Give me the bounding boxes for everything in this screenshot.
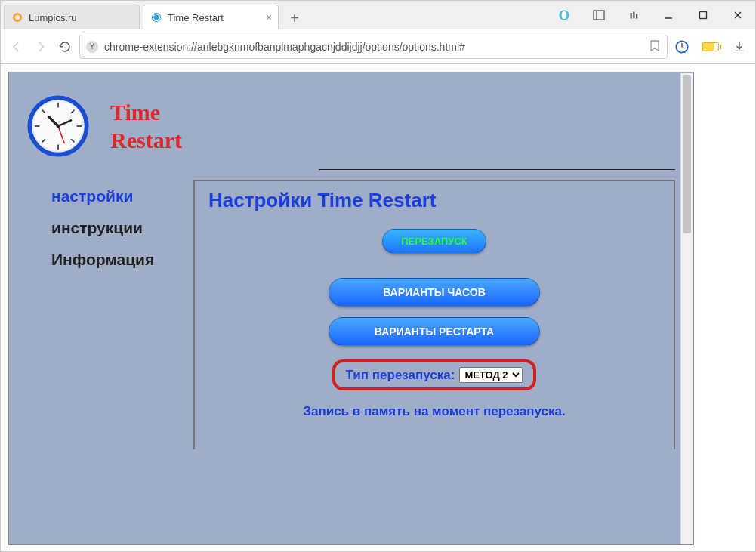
maximize-button[interactable]	[686, 1, 721, 29]
back-button[interactable]	[10, 40, 23, 54]
tab-strip: Lumpics.ru Time Restart × +	[1, 1, 755, 29]
vertical-scrollbar[interactable]	[680, 73, 693, 544]
history-icon[interactable]	[616, 1, 651, 29]
app-title-line2: Restart	[110, 126, 182, 155]
app-title-line1: Time	[110, 98, 182, 127]
svg-point-30	[57, 125, 60, 128]
window-buttons	[547, 1, 755, 29]
restart-type-highlight: Тип перезапуска: МЕТОД 2	[332, 359, 537, 390]
forward-button[interactable]	[34, 40, 48, 54]
divider	[319, 169, 675, 170]
tab-title: Time Restart	[168, 12, 224, 23]
clock-variants-button[interactable]: ВАРИАНТЫ ЧАСОВ	[329, 278, 540, 307]
svg-point-1	[15, 15, 20, 20]
sidebar-item-info[interactable]: Информация	[51, 251, 178, 269]
tab-title: Lumpics.ru	[29, 12, 77, 23]
new-tab-button[interactable]: +	[283, 7, 306, 29]
scrollbar-thumb[interactable]	[683, 75, 691, 233]
settings-panel: Настройки Time Restart ПЕРЕЗАПУСК ВАРИАН…	[193, 180, 675, 449]
panel-icon[interactable]	[582, 1, 616, 29]
svg-rect-7	[631, 13, 632, 19]
svg-rect-11	[700, 12, 707, 19]
close-icon[interactable]: ×	[266, 11, 272, 23]
app-container: Time Restart настройки инструкции Информ…	[8, 72, 694, 545]
restart-type-select[interactable]: МЕТОД 2	[459, 367, 523, 383]
svg-point-4	[562, 11, 567, 20]
svg-rect-9	[636, 14, 637, 19]
favicon-lumpics	[12, 12, 23, 23]
download-icon[interactable]	[733, 40, 746, 54]
sidebar: настройки инструкции Информация	[27, 180, 178, 449]
sidebar-item-instructions[interactable]: инструкции	[51, 219, 178, 237]
sidebar-item-settings[interactable]: настройки	[51, 187, 178, 205]
app-header: Time Restart	[27, 95, 675, 157]
memory-note: Запись в память на момент перезапуска.	[208, 404, 660, 419]
tab-time-restart[interactable]: Time Restart ×	[143, 5, 279, 29]
tab-lumpics[interactable]: Lumpics.ru	[4, 5, 140, 29]
url-box[interactable]: Y chrome-extension://anlebgknmofbanplmap…	[79, 35, 668, 59]
clock-extension-icon[interactable]	[675, 40, 689, 54]
app-body: настройки инструкции Информация Настройк…	[27, 180, 675, 449]
restart-variants-button[interactable]: ВАРИАНТЫ РЕСТАРТА	[329, 317, 540, 346]
close-button[interactable]	[721, 1, 755, 29]
nav-arrows	[10, 40, 72, 54]
panel-heading: Настройки Time Restart	[208, 189, 660, 212]
toolbar-right	[675, 40, 746, 54]
battery-icon[interactable]	[702, 42, 719, 51]
restart-button[interactable]: ПЕРЕЗАПУСК	[382, 229, 486, 254]
svg-rect-5	[594, 11, 604, 20]
restart-type-label: Тип перезапуска:	[346, 368, 455, 383]
page-viewport: Time Restart настройки инструкции Информ…	[1, 64, 755, 552]
url-text: chrome-extension://anlebgknmofbanplmaphg…	[104, 41, 643, 53]
svg-rect-8	[633, 12, 634, 19]
minimize-button[interactable]	[651, 1, 686, 29]
bookmark-icon[interactable]	[649, 39, 661, 54]
app-title: Time Restart	[110, 98, 182, 155]
reload-button[interactable]	[58, 40, 72, 54]
address-bar: Y chrome-extension://anlebgknmofbanplmap…	[1, 29, 755, 64]
favicon-time-restart	[151, 12, 162, 23]
opera-icon[interactable]	[547, 1, 582, 29]
clock-logo-icon	[27, 95, 89, 157]
site-identity-icon[interactable]: Y	[86, 41, 98, 53]
